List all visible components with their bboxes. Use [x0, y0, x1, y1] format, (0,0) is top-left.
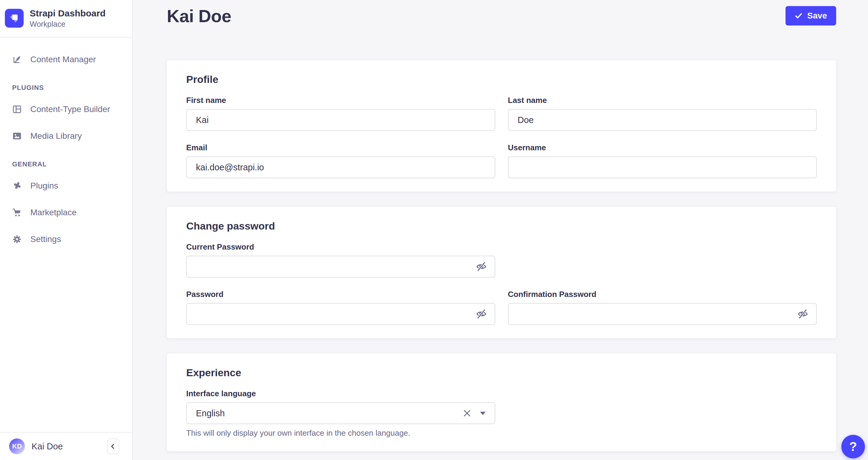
shopping-cart-icon — [12, 208, 22, 218]
email-field: Email — [186, 143, 495, 178]
sidebar-item-media-library[interactable]: Media Library — [0, 123, 132, 149]
feather-pen-icon — [12, 55, 22, 64]
avatar-initials: KD — [12, 442, 22, 450]
save-button-label: Save — [807, 11, 827, 21]
interface-language-select[interactable]: English — [186, 402, 495, 424]
main-content: Kai Doe Save Profile First name Last n — [132, 0, 868, 460]
current-password-label: Current Password — [186, 242, 495, 251]
experience-card: Experience Interface language English — [167, 353, 836, 451]
sidebar-section-general: GENERAL — [0, 160, 132, 168]
close-icon — [462, 408, 472, 419]
strapi-admin-app: Strapi Dashboard Workplace Content Manag… — [0, 0, 868, 460]
toggle-password-visibility-button[interactable] — [475, 260, 488, 273]
current-password-field: Current Password — [186, 242, 495, 278]
email-label: Email — [186, 143, 495, 152]
gear-icon — [12, 234, 22, 244]
workspace-name: Workplace — [30, 20, 105, 29]
change-password-card-title: Change password — [186, 220, 817, 232]
confirm-password-label: Confirmation Password — [508, 290, 817, 299]
experience-card-title: Experience — [186, 367, 817, 379]
username-field: Username — [508, 143, 817, 178]
username-label: Username — [508, 143, 817, 152]
chevron-down-icon[interactable] — [480, 412, 486, 415]
first-name-input[interactable] — [186, 109, 495, 131]
confirm-password-input[interactable] — [508, 303, 817, 325]
interface-language-hint: This will only display your own interfac… — [186, 428, 495, 438]
app-name: Strapi Dashboard — [30, 8, 105, 19]
sidebar-item-label: Content Manager — [30, 55, 96, 64]
eye-off-icon — [476, 261, 487, 272]
sidebar-item-content-manager[interactable]: Content Manager — [0, 46, 132, 73]
email-input[interactable] — [186, 156, 495, 178]
sidebar-item-marketplace[interactable]: Marketplace — [0, 199, 132, 226]
sidebar-item-content-type-builder[interactable]: Content-Type Builder — [0, 96, 132, 123]
eye-off-icon — [476, 309, 487, 319]
clear-selection-button[interactable] — [462, 408, 472, 419]
user-avatar[interactable]: KD — [9, 438, 25, 454]
last-name-input[interactable] — [508, 109, 817, 131]
check-icon — [795, 12, 803, 20]
eye-off-icon — [797, 309, 808, 319]
sidebar-item-settings[interactable]: Settings — [0, 226, 132, 253]
profile-card: Profile First name Last name Email Usern… — [167, 60, 836, 192]
page-header: Kai Doe Save — [167, 4, 836, 28]
save-button[interactable]: Save — [785, 6, 836, 26]
interface-language-label: Interface language — [186, 389, 495, 398]
username-input[interactable] — [508, 156, 817, 178]
page-title: Kai Doe — [167, 4, 231, 28]
new-password-label: Password — [186, 290, 495, 299]
first-name-field: First name — [186, 96, 495, 131]
sidebar-item-label: Content-Type Builder — [30, 105, 110, 114]
new-password-field: Password — [186, 290, 495, 325]
chevron-left-icon — [110, 443, 117, 450]
last-name-label: Last name — [508, 96, 817, 105]
first-name-label: First name — [186, 96, 495, 105]
interface-language-value: English — [196, 408, 225, 419]
strapi-logo-icon — [5, 9, 24, 28]
layout-grid-icon — [12, 105, 22, 114]
change-password-card: Change password Current Password — [167, 207, 836, 338]
toggle-password-visibility-button[interactable] — [796, 307, 809, 321]
sidebar-section-plugins: PLUGINS — [0, 84, 132, 92]
sidebar-footer: KD Kai Doe — [0, 432, 132, 460]
sidebar-item-label: Marketplace — [30, 208, 77, 218]
help-button[interactable]: ? — [841, 435, 865, 458]
picture-icon — [12, 131, 22, 141]
puzzle-piece-icon — [12, 181, 22, 191]
sidebar-item-plugins[interactable]: Plugins — [0, 172, 132, 199]
sidebar-item-label: Plugins — [30, 181, 58, 191]
profile-card-title: Profile — [186, 74, 817, 85]
user-name: Kai Doe — [32, 441, 101, 452]
sidebar: Strapi Dashboard Workplace Content Manag… — [0, 0, 132, 460]
confirm-password-field: Confirmation Password — [508, 290, 817, 325]
question-mark-icon: ? — [849, 439, 857, 454]
interface-language-field: Interface language English — [186, 389, 495, 438]
brand-text: Strapi Dashboard Workplace — [30, 8, 105, 29]
current-password-input[interactable] — [186, 256, 495, 278]
last-name-field: Last name — [508, 96, 817, 131]
toggle-password-visibility-button[interactable] — [475, 307, 488, 321]
sidebar-nav: Content Manager PLUGINS Content-Type Bui… — [0, 38, 132, 432]
new-password-input[interactable] — [186, 303, 495, 325]
sidebar-item-label: Settings — [30, 234, 61, 244]
workspace-switcher[interactable]: Strapi Dashboard Workplace — [0, 0, 132, 38]
sidebar-item-label: Media Library — [30, 131, 82, 141]
collapse-sidebar-button[interactable] — [107, 438, 119, 454]
